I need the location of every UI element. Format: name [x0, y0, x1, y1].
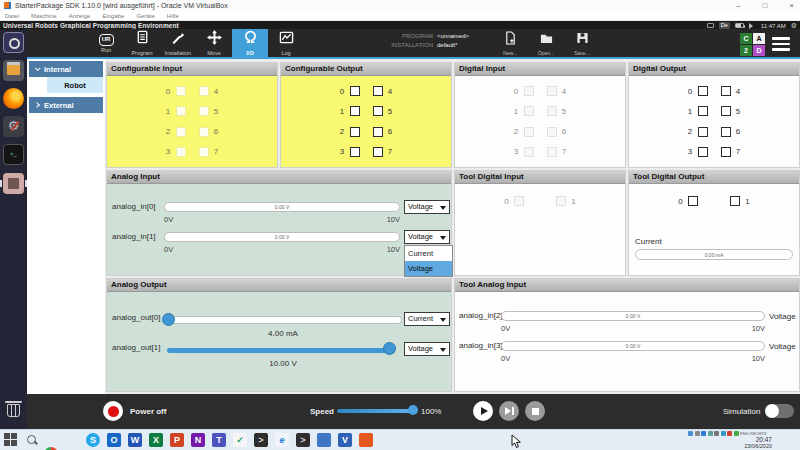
checkbox[interactable]	[350, 86, 360, 96]
planner-icon[interactable]: ✓	[233, 433, 247, 447]
terminal-icon[interactable]: >_	[3, 144, 24, 165]
teams-icon[interactable]: T	[212, 433, 226, 447]
console-icon[interactable]: >	[254, 433, 268, 447]
menu-datei[interactable]: Datei	[5, 13, 19, 19]
play-button[interactable]	[473, 401, 493, 421]
tab-log[interactable]: Log	[268, 29, 304, 57]
firefox-icon[interactable]	[3, 88, 24, 109]
skype-icon[interactable]: S	[86, 433, 100, 447]
step-button[interactable]	[499, 401, 519, 421]
checkbox[interactable]	[698, 147, 708, 157]
checkbox[interactable]	[350, 127, 360, 137]
checkbox	[524, 86, 534, 96]
checkbox[interactable]	[373, 147, 383, 157]
analog-in-0-unit-select[interactable]: Voltage	[404, 200, 450, 214]
checkbox[interactable]	[721, 127, 731, 137]
vm-clock[interactable]: 11:47 AM	[761, 23, 786, 29]
io-sidebar: Internal Robot External	[27, 59, 105, 394]
open-button[interactable]: Open...	[533, 31, 559, 56]
trash-icon[interactable]	[3, 398, 24, 419]
console-2-icon[interactable]: >	[296, 433, 310, 447]
tab-io[interactable]: I/O	[232, 29, 268, 57]
checkbox	[547, 106, 557, 116]
checkbox[interactable]	[373, 127, 383, 137]
io-row: 26	[338, 127, 395, 137]
menu-eingabe[interactable]: Eingabe	[102, 13, 124, 19]
checkbox[interactable]	[373, 86, 383, 96]
ubuntu-launcher-icon[interactable]	[3, 32, 24, 53]
checkbox	[547, 127, 557, 137]
analog-out-0-unit-select[interactable]: Current	[404, 312, 450, 326]
file-manager-icon[interactable]	[3, 60, 24, 81]
checkbox[interactable]	[698, 106, 708, 116]
outlook-icon[interactable]: O	[107, 433, 121, 447]
start-button[interactable]	[4, 433, 18, 447]
menu-anzeige[interactable]: Anzeige	[69, 13, 91, 19]
sidebar-item-robot[interactable]: Robot	[47, 77, 103, 93]
speed-slider-handle[interactable]	[408, 405, 418, 415]
taskbar-date[interactable]: 23/06/2020	[714, 443, 772, 449]
checkbox[interactable]	[730, 196, 740, 206]
power-button[interactable]	[103, 401, 123, 421]
analog-out-1-slider-handle[interactable]	[383, 342, 396, 355]
minimize-button[interactable]: –	[736, 0, 740, 11]
sidebar-item-internal[interactable]: Internal	[29, 61, 103, 77]
save-button[interactable]: Save...	[569, 31, 595, 56]
checkbox[interactable]	[721, 86, 731, 96]
checkbox[interactable]	[373, 106, 383, 116]
edge-icon[interactable]: e	[275, 433, 289, 447]
io-row: 0	[676, 196, 701, 206]
simulation-toggle[interactable]	[765, 404, 794, 418]
virtualbox-icon[interactable]: V	[338, 433, 352, 447]
io-row: 0	[502, 196, 527, 206]
new-button[interactable]: New...	[497, 31, 523, 56]
settings-icon[interactable]: ⚙	[3, 116, 24, 137]
checkbox[interactable]	[721, 147, 731, 157]
archive-manager-icon[interactable]	[3, 173, 24, 194]
dropdown-option-current[interactable]: Current	[405, 246, 452, 261]
tab-program[interactable]: Program	[124, 29, 160, 57]
word-icon[interactable]: W	[128, 433, 142, 447]
stop-button[interactable]	[525, 401, 545, 421]
analog-in-1-unit-select[interactable]: Voltage	[404, 230, 450, 244]
status-cell-c[interactable]: C	[740, 33, 752, 44]
remote-desktop-icon[interactable]	[317, 433, 331, 447]
sidebar-item-external[interactable]: External	[29, 97, 103, 113]
io-row: 04	[338, 86, 395, 96]
photos-icon[interactable]	[359, 433, 373, 447]
checkbox[interactable]	[350, 147, 360, 157]
search-icon[interactable]	[25, 433, 39, 447]
hamburger-menu-icon[interactable]	[772, 37, 790, 51]
dropdown-option-voltage[interactable]: Voltage	[405, 261, 452, 276]
analog-out-1-unit-select[interactable]: Voltage	[404, 342, 450, 356]
volume-icon[interactable]	[749, 23, 756, 29]
analog-out-0-track[interactable]	[164, 316, 402, 324]
status-cell-a[interactable]: A	[753, 33, 765, 44]
analog-out-0-slider-handle[interactable]	[162, 313, 175, 326]
checkbox[interactable]	[698, 127, 708, 137]
status-cell-2[interactable]: 2	[740, 45, 752, 56]
maximize-button[interactable]: □	[762, 0, 767, 11]
checkbox[interactable]	[688, 196, 698, 206]
checkbox[interactable]	[698, 86, 708, 96]
status-cell-d[interactable]: D	[753, 45, 765, 56]
powerpoint-icon[interactable]: P	[170, 433, 184, 447]
close-button[interactable]: ×	[789, 0, 794, 11]
tab-run[interactable]: UR Run	[88, 29, 124, 57]
checkbox[interactable]	[350, 106, 360, 116]
taskbar-clock[interactable]: 20:47	[714, 436, 772, 443]
battery-icon[interactable]	[735, 23, 744, 28]
menu-hilfe[interactable]: Hilfe	[167, 13, 179, 19]
tab-installation[interactable]: Installation	[160, 29, 196, 57]
keyboard-icon[interactable]	[707, 23, 714, 28]
analog-in-2-label: analog_in[2]	[459, 311, 503, 320]
onenote-icon[interactable]: N	[191, 433, 205, 447]
keyboard-layout-indicator[interactable]: De	[719, 22, 730, 29]
speed-slider-track[interactable]	[337, 409, 415, 413]
menu-maschine[interactable]: Maschine	[31, 13, 57, 19]
excel-icon[interactable]: X	[149, 433, 163, 447]
menu-geraete[interactable]: Geräte	[136, 13, 154, 19]
analog-out-1-track[interactable]	[167, 348, 395, 353]
tab-move[interactable]: Move	[196, 29, 232, 57]
checkbox[interactable]	[721, 106, 731, 116]
